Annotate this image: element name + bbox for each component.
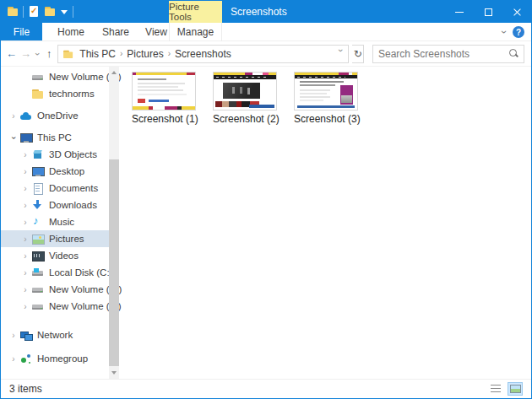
drive-icon [31, 300, 45, 312]
expand-icon[interactable]: › [19, 201, 31, 210]
expand-icon[interactable]: › [8, 354, 19, 364]
tab-file[interactable]: File [1, 23, 42, 40]
tab-manage[interactable]: Manage [169, 23, 222, 41]
sidebar-item-3d-objects[interactable]: › 3D Objects [1, 146, 119, 163]
expand-icon[interactable]: › [19, 150, 31, 159]
file-screenshot-2[interactable]: Screenshot (2) [213, 72, 277, 125]
expand-icon[interactable]: › [19, 235, 31, 244]
sidebar-item-local-disk-c[interactable]: › Local Disk (C:) [1, 264, 119, 281]
sidebar-item-new-volume-f[interactable]: New Volume (F:) [1, 68, 119, 85]
sidebar-scrollbar[interactable] [109, 67, 119, 379]
expand-icon[interactable]: › [19, 184, 31, 193]
network-icon [19, 329, 33, 341]
sidebar-item-this-pc[interactable]: › This PC [1, 129, 119, 146]
forward-button[interactable]: → [20, 47, 31, 60]
breadcrumb-separator-icon[interactable]: › [120, 49, 122, 58]
recent-locations-dropdown-icon[interactable]: › [33, 51, 43, 57]
main-area: New Volume (F:) technorms › OneDrive › T… [1, 67, 531, 379]
details-view-button[interactable] [488, 382, 503, 396]
file-name: Screenshot (1) [132, 113, 196, 125]
sidebar-item-documents[interactable]: › Documents [1, 180, 119, 197]
sidebar-item-downloads[interactable]: › Downloads [1, 197, 119, 213]
large-icons-view-icon [510, 385, 521, 393]
maximize-button[interactable] [474, 1, 502, 23]
thumbnail-screenshot-3 [294, 72, 358, 111]
3d-objects-icon [31, 148, 45, 160]
expand-icon[interactable]: › [8, 111, 19, 121]
properties-icon[interactable] [28, 6, 40, 18]
file-screenshot-1[interactable]: Screenshot (1) [132, 72, 196, 125]
breadcrumb-pictures[interactable]: Pictures [124, 48, 166, 60]
title-bar: Picture Tools Screenshots [1, 1, 531, 23]
large-icons-view-button[interactable] [508, 382, 523, 396]
item-count: 3 items [9, 383, 42, 395]
address-dropdown-icon[interactable]: › [336, 49, 346, 59]
expand-icon[interactable]: › [19, 218, 31, 227]
expand-icon[interactable]: › [19, 285, 31, 294]
sidebar-item-new-volume-e[interactable]: › New Volume (E:) [1, 281, 119, 298]
tab-home[interactable]: Home [47, 23, 95, 40]
search-input[interactable] [378, 48, 509, 60]
sidebar-item-music[interactable]: › Music [1, 213, 119, 230]
details-view-icon [491, 385, 501, 393]
quick-access-toolbar [1, 1, 73, 23]
breadcrumb-separator-icon[interactable]: › [168, 49, 171, 58]
pictures-icon [31, 233, 45, 245]
breadcrumb-screenshots[interactable]: Screenshots [172, 48, 234, 60]
expand-ribbon-icon[interactable]: › [499, 30, 509, 34]
scroll-up-icon[interactable] [109, 67, 119, 78]
expand-icon[interactable]: › [19, 251, 31, 261]
drive-icon [31, 71, 45, 83]
drive-icon [31, 283, 45, 295]
expand-icon[interactable]: › [19, 302, 31, 311]
sidebar-item-new-volume-f2[interactable]: › New Volume (F:) [1, 298, 119, 315]
navigation-toolbar: ← → › ↑ This PC › Pictures › Screenshots… [1, 41, 531, 67]
search-box[interactable] [372, 45, 524, 63]
explorer-icon[interactable] [7, 6, 19, 18]
breadcrumb-this-pc[interactable]: This PC [77, 48, 118, 60]
expand-icon[interactable]: › [19, 167, 31, 176]
sidebar-item-desktop[interactable]: › Desktop [1, 163, 119, 180]
navigation-pane: New Volume (F:) technorms › OneDrive › T… [1, 67, 119, 379]
file-screenshot-3[interactable]: Screenshot (3) [294, 72, 358, 125]
new-folder-icon[interactable] [44, 6, 56, 18]
music-icon [31, 216, 45, 228]
sidebar-item-pictures[interactable]: › Pictures [1, 230, 119, 247]
onedrive-cloud-icon [19, 110, 33, 121]
picture-tools-contextual-tab[interactable]: Picture Tools [169, 1, 222, 23]
folder-icon [31, 88, 45, 100]
videos-icon [31, 250, 45, 262]
this-pc-icon [19, 132, 33, 143]
close-icon [513, 8, 522, 17]
sidebar-item-homegroup[interactable]: › Homegroup [1, 350, 119, 367]
qat-separator [23, 6, 24, 18]
collapse-icon[interactable]: › [9, 132, 19, 143]
back-button[interactable]: ← [6, 47, 17, 60]
help-icon[interactable]: ? [513, 26, 524, 38]
scroll-down-icon[interactable] [109, 367, 119, 379]
file-list: Screenshot (1) Screenshot (2) [119, 67, 531, 379]
sidebar-item-onedrive[interactable]: › OneDrive [1, 107, 119, 124]
expand-icon[interactable]: › [8, 331, 19, 340]
minimize-icon [455, 12, 464, 13]
sidebar-item-videos[interactable]: › Videos [1, 247, 119, 264]
minimize-button[interactable] [445, 1, 474, 23]
close-button[interactable] [502, 1, 531, 23]
thumbnail-screenshot-1 [132, 72, 196, 111]
ribbon-tab-row: File Home Share View Manage › ? [1, 23, 531, 41]
file-name: Screenshot (2) [213, 113, 277, 125]
scrollbar-thumb[interactable] [109, 159, 119, 366]
tab-share[interactable]: Share [95, 23, 137, 40]
sidebar-item-network[interactable]: › Network [1, 326, 119, 343]
sidebar-item-technorms[interactable]: technorms [1, 85, 119, 102]
expand-icon[interactable]: › [19, 268, 31, 278]
qat-separator [73, 6, 73, 18]
up-button[interactable]: ↑ [44, 47, 54, 60]
search-icon[interactable] [509, 49, 518, 58]
refresh-button[interactable]: ↻ [352, 45, 364, 63]
address-bar[interactable]: This PC › Pictures › Screenshots › [57, 45, 349, 63]
thumbnail-screenshot-2 [213, 72, 277, 111]
maximize-icon [485, 8, 492, 16]
desktop-icon [31, 165, 45, 177]
customize-quick-access-dropdown-icon[interactable] [60, 6, 68, 18]
